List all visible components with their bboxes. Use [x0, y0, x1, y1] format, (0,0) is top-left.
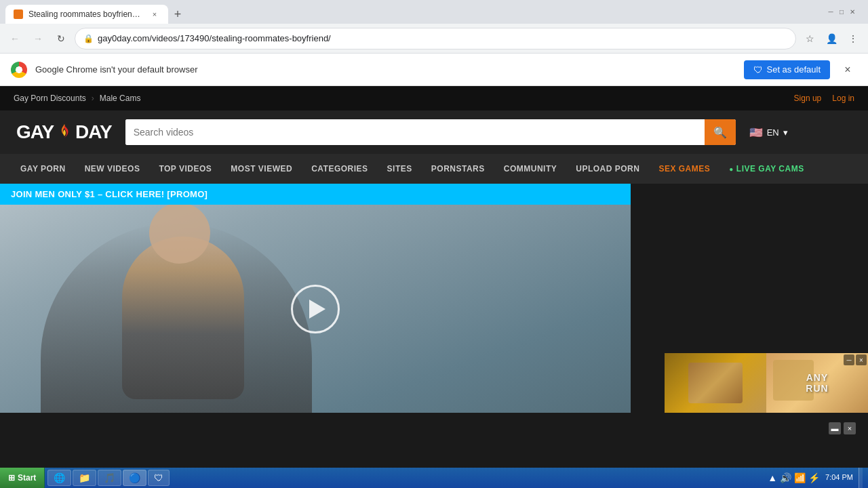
- maximize-window-button[interactable]: □: [837, 7, 846, 17]
- taskbar-media-button[interactable]: 🎵: [98, 470, 121, 486]
- language-selector[interactable]: 🇺🇸 EN ▾: [749, 126, 788, 139]
- logo-day: DAY: [75, 121, 112, 143]
- chrome-logo-icon: [11, 62, 27, 78]
- nav-item-pornstars[interactable]: PORNSTARS: [422, 154, 494, 184]
- tab-title: Stealing roommates boyfriend at Ga...: [28, 9, 144, 19]
- show-desktop-button[interactable]: [859, 468, 863, 488]
- male-cams-link[interactable]: Male Cams: [100, 94, 141, 103]
- logo-gay: GAY: [16, 121, 54, 143]
- nav-item-gay-porn[interactable]: GAY PORN: [11, 154, 75, 184]
- ad-minimize-button[interactable]: ▬: [829, 422, 841, 434]
- ie-icon: 🌐: [54, 472, 65, 483]
- tab-favicon: [14, 9, 23, 19]
- play-icon: [309, 300, 326, 319]
- lock-icon: 🔒: [83, 34, 94, 43]
- nav-item-sites[interactable]: SITES: [378, 154, 422, 184]
- window-controls: ─ □ ✕: [826, 7, 857, 17]
- video-container: JOIN MEN ONLY $1 – CLICK HERE! [PROMO]: [0, 184, 631, 413]
- video-background: [0, 205, 631, 413]
- bottom-ad-image-1: [665, 353, 766, 413]
- taskbar-ie-button[interactable]: 🌐: [47, 470, 71, 486]
- new-tab-button[interactable]: +: [168, 5, 187, 24]
- bottom-ad-text: ANYRUN: [806, 372, 828, 394]
- site-logo[interactable]: GAYDAY: [16, 121, 112, 143]
- menu-button[interactable]: ⋮: [844, 29, 863, 48]
- forward-button[interactable]: →: [28, 29, 47, 48]
- bottom-ad-minimize-button[interactable]: ─: [844, 354, 854, 365]
- taskbar-up-arrow-icon[interactable]: ▲: [768, 472, 777, 483]
- set-default-button[interactable]: 🛡 Set as default: [744, 60, 831, 79]
- close-window-button[interactable]: ✕: [848, 7, 857, 17]
- video-player[interactable]: [0, 205, 631, 413]
- browser-titlebar: Stealing roommates boyfriend at Ga... × …: [0, 0, 868, 24]
- top-bar-separator: ›: [92, 94, 94, 103]
- notification-close-button[interactable]: ×: [838, 60, 857, 79]
- lang-code: EN: [767, 127, 779, 138]
- tab-bar: Stealing roommates boyfriend at Ga... × …: [5, 0, 823, 24]
- promo-banner[interactable]: JOIN MEN ONLY $1 – CLICK HERE! [PROMO]: [0, 184, 631, 205]
- search-bar: 🔍: [125, 119, 736, 145]
- ad-controls: ▬ ×: [829, 422, 856, 434]
- taskbar-time: 7:04 PM: [825, 472, 853, 483]
- media-icon: 🎵: [104, 472, 115, 483]
- bottom-ad: ANYRUN ─ ×: [665, 353, 868, 413]
- start-icon: ⊞: [8, 473, 15, 483]
- logo-flame-icon: [55, 123, 74, 142]
- toolbar-actions: ☆ 👤 ⋮: [800, 29, 863, 48]
- lang-dropdown-icon: ▾: [783, 127, 788, 138]
- taskbar-shield-button[interactable]: 🛡: [148, 470, 170, 486]
- content-area: JOIN MEN ONLY $1 – CLICK HERE! [PROMO]: [0, 184, 868, 413]
- power-icon[interactable]: ⚡: [808, 472, 820, 483]
- bottom-ad-close-button[interactable]: ×: [856, 354, 867, 365]
- tab-close-button[interactable]: ×: [149, 9, 160, 20]
- gay-porn-discounts-link[interactable]: Gay Porn Discounts: [14, 94, 86, 103]
- volume-icon[interactable]: 🔊: [780, 472, 791, 483]
- top-bar-right: Sign up Log in: [794, 94, 854, 103]
- shield-taskbar-icon: 🛡: [154, 472, 163, 483]
- log-in-link[interactable]: Log in: [832, 94, 854, 103]
- start-button[interactable]: ⊞ Start: [0, 468, 45, 488]
- taskbar: ⊞ Start 🌐 📁 🎵 🔵 🛡 ▲ 🔊 📶 ⚡ 7:04 PM: [0, 468, 868, 488]
- sign-up-link[interactable]: Sign up: [794, 94, 822, 103]
- taskbar-folder-button[interactable]: 📁: [73, 470, 96, 486]
- nav-item-community[interactable]: COMMUNITY: [494, 154, 567, 184]
- profile-button[interactable]: 👤: [822, 29, 841, 48]
- start-label: Start: [18, 473, 36, 483]
- url-text: gay0day.com/videos/173490/stealing-roomm…: [98, 33, 787, 43]
- shield-icon: 🛡: [753, 64, 763, 75]
- nav-item-most-viewed[interactable]: MOST VIEWED: [221, 154, 302, 184]
- taskbar-right: ▲ 🔊 📶 ⚡ 7:04 PM: [762, 468, 868, 488]
- taskbar-system-icons: ▲ 🔊 📶 ⚡: [768, 472, 820, 483]
- bookmark-button[interactable]: ☆: [800, 29, 819, 48]
- notification-text: Google Chrome isn't your default browser: [35, 64, 736, 75]
- nav-item-upload-porn[interactable]: UPLOAD PORN: [566, 154, 649, 184]
- active-tab[interactable]: Stealing roommates boyfriend at Ga... ×: [5, 5, 168, 24]
- flag-icon: 🇺🇸: [749, 126, 763, 139]
- nav-item-categories[interactable]: CATEGORIES: [302, 154, 377, 184]
- nav-item-live-gay-cams[interactable]: LIVE GAY CAMS: [719, 154, 813, 184]
- bottom-ad-image-2: ANYRUN ─ ×: [766, 353, 868, 413]
- play-button[interactable]: [291, 285, 340, 333]
- folder-icon: 📁: [79, 472, 90, 483]
- default-browser-notification: Google Chrome isn't your default browser…: [0, 54, 868, 86]
- nav-item-new-videos[interactable]: NEW VIDEOS: [75, 154, 150, 184]
- browser-toolbar: ← → ↻ 🔒 gay0day.com/videos/173490/steali…: [0, 24, 868, 54]
- nav-item-sex-games[interactable]: SEX GAMES: [649, 154, 719, 184]
- search-input[interactable]: [125, 119, 705, 145]
- main-header: GAYDAY 🔍 🇺🇸 EN ▾: [0, 110, 868, 154]
- reload-button[interactable]: ↻: [52, 29, 71, 48]
- ad-close-button[interactable]: ×: [844, 422, 856, 434]
- network-icon[interactable]: 📶: [794, 472, 806, 483]
- taskbar-items: 🌐 📁 🎵 🔵 🛡: [45, 470, 762, 486]
- website-content: Gay Porn Discounts › Male Cams Sign up L…: [0, 86, 868, 413]
- taskbar-chrome-button[interactable]: 🔵: [123, 470, 146, 486]
- nav-item-top-videos[interactable]: TOP VIDEOS: [149, 154, 221, 184]
- back-button[interactable]: ←: [5, 29, 24, 48]
- minimize-window-button[interactable]: ─: [826, 7, 835, 17]
- address-bar[interactable]: 🔒 gay0day.com/videos/173490/stealing-roo…: [75, 28, 796, 49]
- nav-bar: GAY PORN NEW VIDEOS TOP VIDEOS MOST VIEW…: [0, 154, 868, 184]
- top-bar: Gay Porn Discounts › Male Cams Sign up L…: [0, 86, 868, 110]
- search-button[interactable]: 🔍: [705, 119, 736, 145]
- chrome-taskbar-icon: 🔵: [129, 472, 140, 483]
